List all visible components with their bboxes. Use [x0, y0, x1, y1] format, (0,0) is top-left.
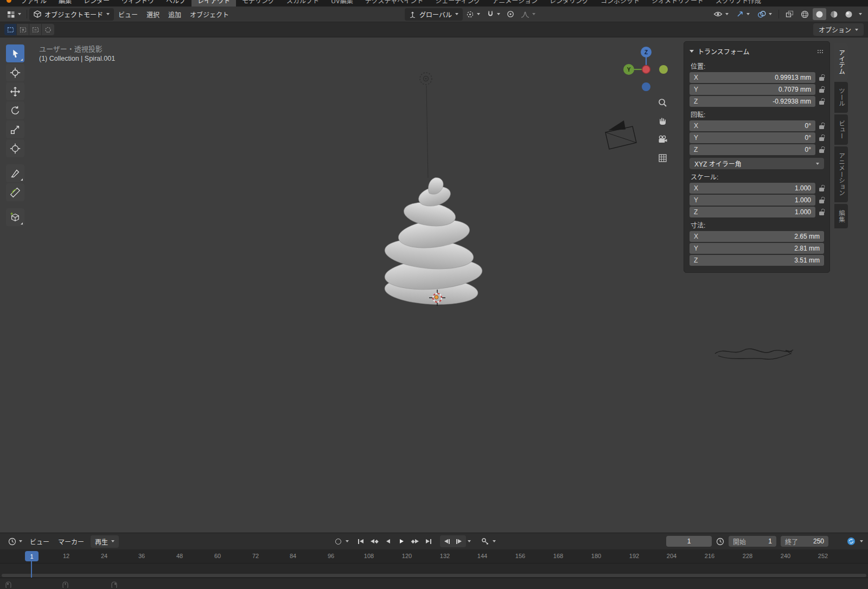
light-object[interactable]	[420, 73, 432, 85]
options-dropdown[interactable]: オプション	[813, 23, 864, 36]
lock-icon[interactable]	[819, 77, 824, 81]
move-tool[interactable]	[6, 82, 24, 100]
snap-dropdown[interactable]	[483, 9, 503, 20]
current-frame-field[interactable]: 1	[666, 536, 712, 547]
previous-keyframe-button[interactable]	[368, 535, 380, 547]
menu-edit[interactable]: 編集	[53, 0, 78, 7]
lock-icon[interactable]	[819, 212, 824, 215]
shading-wireframe-button[interactable]	[798, 8, 812, 20]
location-y-field[interactable]: Y 0.7079 mm	[690, 84, 815, 95]
rotation-mode-dropdown[interactable]: XYZ オイラー角	[690, 158, 824, 169]
overlays-dropdown[interactable]	[754, 9, 775, 20]
drag-handle-icon[interactable]	[818, 50, 819, 51]
orientation-dropdown[interactable]: グローバル	[405, 8, 463, 21]
menu-window[interactable]: ウィンドウ	[116, 0, 160, 7]
chevron-down-icon[interactable]	[346, 540, 349, 542]
3d-cursor[interactable]	[429, 290, 445, 306]
gizmos-dropdown[interactable]	[733, 9, 753, 20]
workspace-tab-scripting[interactable]: スクリプト作成	[710, 0, 767, 7]
proportional-editing-toggle[interactable]	[503, 9, 518, 20]
blender-logo-icon[interactable]	[7, 0, 11, 3]
menu-render[interactable]: レンダー	[78, 0, 116, 7]
timeline-scrollbar[interactable]	[2, 574, 866, 577]
gizmo-y-negative-axis[interactable]	[659, 65, 668, 74]
lock-icon[interactable]	[819, 149, 824, 153]
gizmo-z-negative-axis[interactable]	[642, 82, 650, 91]
zoom-button[interactable]	[655, 95, 669, 110]
lock-icon[interactable]	[819, 188, 824, 191]
play-reverse-button[interactable]	[382, 535, 394, 547]
menu-help[interactable]: ヘルプ	[160, 0, 192, 7]
workspace-tab-uv[interactable]: UV編集	[325, 0, 359, 7]
select-box-tool[interactable]	[6, 44, 24, 62]
rotation-z-field[interactable]: Z 0°	[690, 144, 815, 155]
previous-frame-button[interactable]	[441, 535, 453, 547]
pivot-point-dropdown[interactable]	[463, 9, 483, 20]
frame-start-field[interactable]: 開始 1	[729, 536, 776, 547]
add-primitive-tool[interactable]	[6, 208, 24, 226]
timeline-menu-marker[interactable]: マーカー	[54, 533, 88, 549]
shading-rendered-button[interactable]	[842, 8, 856, 20]
lock-icon[interactable]	[819, 137, 824, 141]
frame-end-field[interactable]: 終了 250	[781, 536, 828, 547]
panel-header[interactable]: トランスフォーム	[690, 45, 824, 59]
xray-toggle[interactable]	[782, 9, 797, 20]
workspace-tab-shading[interactable]: シェーディング	[429, 0, 486, 7]
sidebar-tab-edit[interactable]: 編集	[834, 204, 848, 228]
sidebar-tab-animation[interactable]: アニメーション	[834, 146, 848, 202]
lock-icon[interactable]	[819, 125, 824, 129]
chevron-down-icon[interactable]	[493, 540, 496, 542]
editor-type-dropdown[interactable]	[4, 9, 24, 20]
chevron-down-icon[interactable]	[860, 540, 863, 542]
workspace-tab-animation[interactable]: アニメーション	[487, 0, 544, 7]
dimensions-y-field[interactable]: Y 2.81 mm	[690, 243, 824, 254]
annotate-tool[interactable]	[6, 164, 24, 182]
spiral-mesh-object[interactable]	[384, 178, 483, 307]
play-button[interactable]	[395, 535, 407, 547]
jump-to-start-button[interactable]	[355, 535, 367, 547]
toggle-orthographic-button[interactable]	[655, 151, 669, 165]
pan-button[interactable]	[655, 114, 669, 128]
camera-view-button[interactable]	[655, 132, 669, 146]
workspace-tab-geometry-nodes[interactable]: ジオメトリノード	[646, 0, 710, 7]
workspace-tab-texture-paint[interactable]: テクスチャペイント	[359, 0, 430, 7]
lock-icon[interactable]	[819, 200, 824, 203]
workspace-tab-layout[interactable]: レイアウト	[192, 0, 236, 7]
timeline-menu-view[interactable]: ビュー	[25, 533, 54, 549]
camera-object[interactable]	[605, 120, 636, 149]
measure-tool[interactable]	[6, 183, 24, 201]
location-x-field[interactable]: X 0.99913 mm	[690, 72, 815, 83]
falloff-dropdown[interactable]	[518, 9, 539, 20]
rotation-x-field[interactable]: X 0°	[690, 120, 815, 131]
dimensions-x-field[interactable]: X 2.65 mm	[690, 231, 824, 242]
select-mode-extend-button[interactable]	[17, 24, 29, 35]
dimensions-z-field[interactable]: Z 3.51 mm	[690, 255, 824, 266]
current-frame-indicator[interactable]: 1	[25, 551, 39, 561]
next-keyframe-button[interactable]	[409, 535, 421, 547]
keying-set-button[interactable]	[479, 535, 491, 547]
select-mode-subtract-button[interactable]	[29, 24, 42, 35]
jump-to-end-button[interactable]	[423, 535, 435, 547]
menu-select[interactable]: 選択	[142, 7, 164, 22]
timeline-ruler[interactable]: 12 24 36 48 60 72 84 96 108 120 132 144 …	[0, 549, 868, 564]
shading-solid-button[interactable]	[813, 8, 826, 20]
location-z-field[interactable]: Z -0.92938 mm	[690, 96, 815, 107]
mode-dropdown[interactable]: オブジェクトモード	[29, 8, 114, 21]
workspace-tab-sculpting[interactable]: スカルプト	[280, 0, 325, 7]
rotate-tool[interactable]	[6, 101, 24, 119]
visibility-dropdown[interactable]	[710, 9, 732, 19]
playback-dropdown[interactable]: 再生	[91, 535, 119, 548]
workspace-tab-rendering[interactable]: レンダリング	[544, 0, 595, 7]
select-mode-intersect-button[interactable]	[42, 24, 54, 35]
scale-tool[interactable]	[6, 120, 24, 138]
clock-icon[interactable]	[716, 537, 724, 546]
transform-tool[interactable]	[6, 139, 24, 157]
navigation-gizmo[interactable]: Z Y	[622, 45, 671, 94]
scale-z-field[interactable]: Z 1.000	[690, 207, 815, 217]
select-mode-set-button[interactable]	[4, 24, 17, 35]
menu-add[interactable]: 追加	[164, 7, 186, 22]
timeline-editor-type-dropdown[interactable]	[5, 536, 25, 547]
timeline-track-area[interactable]	[0, 564, 868, 578]
auto-keying-button[interactable]	[332, 535, 344, 547]
shading-material-button[interactable]	[827, 8, 841, 20]
